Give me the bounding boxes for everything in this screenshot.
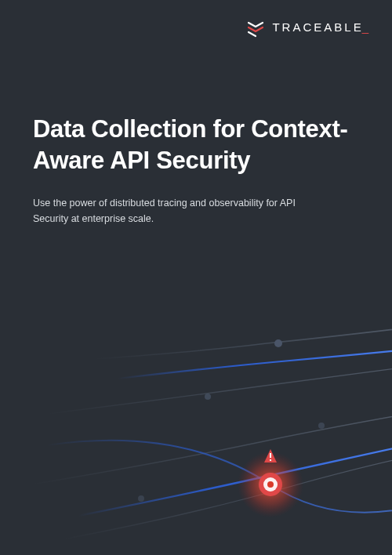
brand-logo: TRACEABLE_ [245, 17, 368, 38]
brand-logo-text: TRACEABLE_ [272, 20, 368, 34]
svg-rect-9 [270, 459, 271, 461]
trace-graphic-icon [0, 288, 392, 555]
svg-point-0 [274, 339, 282, 347]
brand-logo-mark-icon [245, 17, 266, 38]
svg-point-5 [259, 473, 282, 496]
svg-point-1 [205, 394, 211, 400]
document-content: Data Collection for Context-Aware API Se… [33, 114, 359, 227]
svg-point-3 [138, 495, 144, 502]
svg-point-7 [267, 481, 274, 488]
svg-point-2 [318, 423, 325, 429]
brand-name: TRACEABLE [272, 20, 363, 34]
document-subtitle: Use the power of distributed tracing and… [33, 196, 315, 227]
svg-point-6 [263, 477, 278, 492]
svg-point-4 [238, 452, 303, 517]
brand-accent: _ [362, 20, 368, 34]
svg-rect-8 [270, 453, 271, 458]
document-title: Data Collection for Context-Aware API Se… [33, 114, 359, 176]
